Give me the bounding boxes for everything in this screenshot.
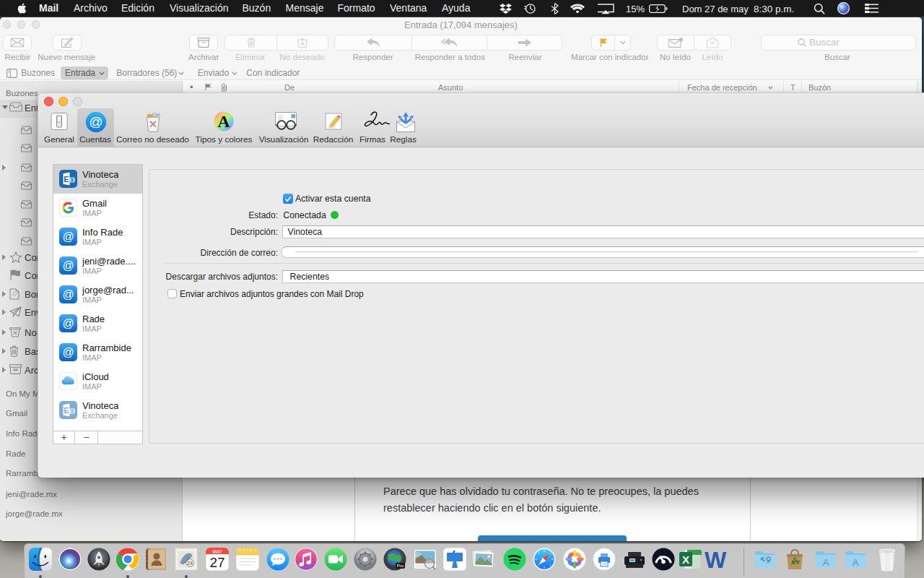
- svg-text:MAY: MAY: [212, 549, 222, 554]
- svg-text:A: A: [853, 557, 859, 568]
- svg-text:27: 27: [209, 555, 225, 570]
- svg-text:A: A: [217, 112, 230, 131]
- svg-text:A: A: [822, 557, 829, 568]
- svg-text:X: X: [682, 553, 689, 566]
- svg-text:E: E: [64, 175, 69, 184]
- svg-text:24: 24: [187, 561, 193, 566]
- svg-text:@: @: [62, 288, 74, 301]
- svg-text:@: @: [62, 317, 74, 329]
- svg-text:W: W: [705, 548, 727, 571]
- svg-text:Pro: Pro: [397, 564, 404, 568]
- svg-text:@: @: [62, 259, 74, 272]
- svg-text:@: @: [62, 346, 74, 358]
- svg-text:E: E: [64, 406, 69, 415]
- svg-text:@: @: [89, 114, 103, 129]
- svg-text:@: @: [62, 230, 74, 243]
